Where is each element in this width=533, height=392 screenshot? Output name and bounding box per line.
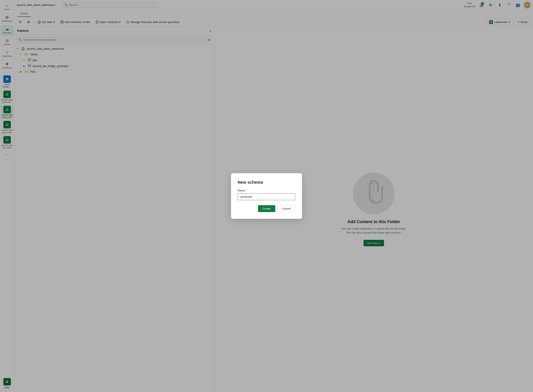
modal-title: New schema [238,180,295,185]
modal-create-button[interactable]: Create [258,205,275,212]
modal-name-text: Name [238,189,245,192]
modal-cancel-button[interactable]: Cancel [277,205,295,212]
modal-actions: Create Cancel [238,205,295,212]
modal-required-mark: * [246,189,247,192]
modal-overlay: New schema Name * Create Cancel [0,0,533,392]
modal-name-input[interactable] [238,193,295,200]
new-schema-modal: New schema Name * Create Cancel [231,173,302,219]
modal-name-label: Name * [238,189,295,192]
